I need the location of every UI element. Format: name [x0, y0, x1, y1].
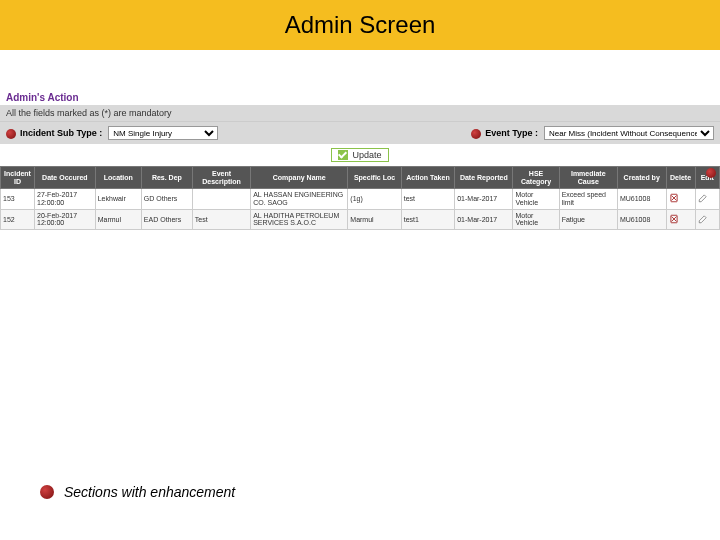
cell-company: AL HADITHA PETROLEUM SERVICES S.A.O.C: [251, 209, 348, 229]
table-row: 152 20-Feb-2017 12:00:00 Marmul EAD Othe…: [1, 209, 720, 229]
legend-dot-icon: [40, 485, 54, 499]
cell-loc: Lekhwair: [95, 189, 141, 209]
sub-type-label: Incident Sub Type :: [20, 128, 102, 138]
filter-row: Incident Sub Type : NM Single Injury Eve…: [0, 121, 720, 144]
cell-action: test1: [401, 209, 454, 229]
delete-icon[interactable]: [669, 193, 679, 203]
incidents-table: Incident ID Date Occured Location Res. D…: [0, 166, 720, 230]
enhancement-dot-icon: [706, 168, 716, 178]
cell-cause: Exceed speed limit: [559, 189, 617, 209]
update-row: Update: [0, 144, 720, 166]
event-type-label: Event Type :: [485, 128, 538, 138]
cell-cause: Fatigue: [559, 209, 617, 229]
cell-by: MU61008: [617, 209, 666, 229]
cell-dep: EAD Others: [141, 209, 192, 229]
cell-dep: GD Others: [141, 189, 192, 209]
cell-delete: [666, 209, 695, 229]
col-event-desc[interactable]: Event Description: [192, 167, 250, 189]
mandatory-note: All the fields marked as (*) are mandato…: [6, 108, 172, 118]
page-title: Admin Screen: [285, 11, 436, 39]
edit-icon[interactable]: [698, 214, 708, 224]
admin-section: Admin's Action All the fields marked as …: [0, 90, 720, 230]
cell-delete: [666, 189, 695, 209]
cell-loc: Marmul: [95, 209, 141, 229]
footer-note: Sections with enhancement: [40, 484, 235, 500]
update-button[interactable]: Update: [331, 148, 388, 162]
cell-date-rep: 01-Mar-2017: [455, 189, 513, 209]
admin-action-header: Admin's Action: [0, 90, 720, 105]
cell-company: AL HASSAN ENGINEERING CO. SAOG: [251, 189, 348, 209]
cell-id: 153: [1, 189, 35, 209]
content-area: Admin's Action All the fields marked as …: [0, 90, 720, 230]
cell-date-occ: 20-Feb-2017 12:00:00: [35, 209, 96, 229]
delete-icon[interactable]: [669, 214, 679, 224]
table-wrapper: Incident ID Date Occured Location Res. D…: [0, 166, 720, 230]
table-header: Incident ID Date Occured Location Res. D…: [1, 167, 720, 189]
col-incident-id[interactable]: Incident ID: [1, 167, 35, 189]
col-created-by[interactable]: Created by: [617, 167, 666, 189]
update-label: Update: [352, 150, 381, 160]
col-specific-loc[interactable]: Specific Loc: [348, 167, 401, 189]
table-row: 153 27-Feb-2017 12:00:00 Lekhwair GD Oth…: [1, 189, 720, 209]
col-action-taken[interactable]: Action Taken: [401, 167, 454, 189]
cell-id: 152: [1, 209, 35, 229]
cell-spec: (1g): [348, 189, 401, 209]
col-hse-category[interactable]: HSE Category: [513, 167, 559, 189]
cell-spec: Marmul: [348, 209, 401, 229]
cell-edit: [695, 209, 719, 229]
event-type-group: Event Type :: [471, 128, 538, 138]
event-type-select[interactable]: Near Miss (Incident Without Consequences…: [544, 126, 714, 140]
check-icon: [338, 150, 348, 160]
col-delete: Delete: [666, 167, 695, 189]
sub-type-group: Incident Sub Type :: [6, 128, 102, 138]
cell-action: test: [401, 189, 454, 209]
col-res-dep[interactable]: Res. Dep: [141, 167, 192, 189]
cell-hse: Motor Vehicle: [513, 189, 559, 209]
mandatory-note-row: All the fields marked as (*) are mandato…: [0, 105, 720, 121]
title-bar: Admin Screen: [0, 0, 720, 50]
edit-icon[interactable]: [698, 193, 708, 203]
col-date-occured[interactable]: Date Occured: [35, 167, 96, 189]
cell-hse: Motor Vehicle: [513, 209, 559, 229]
col-location[interactable]: Location: [95, 167, 141, 189]
cell-desc: [192, 189, 250, 209]
cell-desc: Test: [192, 209, 250, 229]
col-date-reported[interactable]: Date Reported: [455, 167, 513, 189]
cell-by: MU61008: [617, 189, 666, 209]
cell-date-occ: 27-Feb-2017 12:00:00: [35, 189, 96, 209]
footer-text: Sections with enhancement: [64, 484, 235, 500]
col-immediate-cause[interactable]: Immediate Cause: [559, 167, 617, 189]
table-body: 153 27-Feb-2017 12:00:00 Lekhwair GD Oth…: [1, 189, 720, 230]
sub-type-select[interactable]: NM Single Injury: [108, 126, 218, 140]
col-company[interactable]: Company Name: [251, 167, 348, 189]
cell-edit: [695, 189, 719, 209]
cell-date-rep: 01-Mar-2017: [455, 209, 513, 229]
